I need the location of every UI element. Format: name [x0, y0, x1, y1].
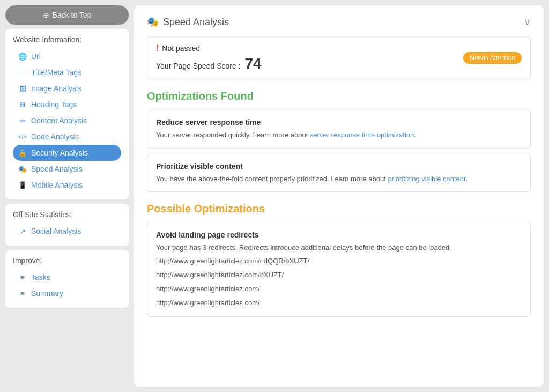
status-card: ! Not passed Your Page Speed Score : 74 …	[147, 36, 531, 79]
sidebar-item-speed-analysis[interactable]: 🎭 Speed Analysis	[13, 161, 121, 177]
sidebar-item-code-analysis[interactable]: </> Code Analysis	[13, 129, 121, 145]
mobile-icon: 📱	[18, 181, 27, 189]
sidebar-item-speed-label: Speed Analysis	[31, 165, 83, 173]
speed-section-icon: 🎭	[147, 16, 159, 28]
speed-icon: 🎭	[18, 165, 27, 173]
server-response-link[interactable]: server response time optimization	[310, 131, 414, 139]
not-passed-row: ! Not passed	[156, 43, 262, 53]
sidebar-item-url-label: Url	[31, 52, 41, 61]
optimization-visible-content: Prioritize visible content You have the …	[147, 154, 531, 193]
circle-up-icon: ⊕	[43, 11, 49, 19]
optimization-reduce-server: Reduce server response time Your server …	[147, 110, 531, 149]
improve-card: Improve: ≡ Tasks ≡ Summary	[5, 250, 129, 308]
sidebar-item-content-label: Content Analysis	[31, 116, 87, 125]
improve-title: Improve:	[13, 256, 121, 265]
sidebar-item-tasks-label: Tasks	[31, 273, 50, 282]
website-info-card: Website Information: 🌐 Url — Title/Meta …	[5, 29, 129, 199]
sidebar-item-mobile-label: Mobile Analysis	[31, 181, 83, 189]
possible-optimizations-title: Possible Optimizations	[147, 203, 531, 215]
optimization-visible-title: Prioritize visible content	[156, 162, 522, 171]
optimization-visible-desc: You have the above-the-fold content prop…	[156, 174, 522, 184]
redirect-url-1: http://www.greenlightarticlez.com/ndQQR/…	[156, 255, 522, 267]
heading-icon: H	[18, 100, 27, 109]
code-icon: </>	[18, 134, 27, 140]
back-to-top-label: Back to Top	[53, 11, 92, 19]
needs-attention-badge: Needs Attention	[463, 52, 522, 64]
offsite-stats-card: Off Site Statistics: ↗ Social Analysis	[5, 204, 129, 246]
pencil-icon: ✏	[18, 117, 27, 125]
summary-icon: ≡	[18, 290, 27, 298]
speed-analysis-header: 🎭 Speed Analysis ∨	[147, 16, 531, 28]
chevron-down-icon[interactable]: ∨	[524, 16, 531, 28]
avoid-redirects-desc: Your page has 3 redirects. Redirects int…	[156, 242, 522, 253]
back-to-top-button[interactable]: ⊕ Back to Top	[5, 5, 129, 25]
sidebar-item-social-analysis[interactable]: ↗ Social Analysis	[13, 223, 121, 239]
lock-icon: 🔒	[18, 149, 27, 157]
image-icon: 🖼	[18, 85, 27, 93]
not-passed-label: Not passed	[162, 44, 200, 53]
score-label: Your Page Speed Score :	[156, 62, 241, 70]
redirect-url-4: http://www.greenlightarticles.com/	[156, 297, 522, 309]
share-icon: ↗	[18, 227, 27, 235]
website-info-title: Website Information:	[13, 35, 121, 44]
sidebar-item-title-meta[interactable]: — Title/Meta Tags	[13, 64, 121, 80]
sidebar-item-summary[interactable]: ≡ Summary	[13, 285, 121, 301]
optimization-avoid-redirects: Avoid landing page redirects Your page h…	[147, 223, 531, 317]
sidebar-item-security-label: Security Analysis	[31, 149, 88, 157]
avoid-redirects-title: Avoid landing page redirects	[156, 231, 522, 239]
prioritizing-visible-link[interactable]: prioritizing visible content	[388, 175, 465, 183]
speed-score-row: Your Page Speed Score : 74	[156, 55, 262, 72]
sidebar-item-security-analysis[interactable]: 🔒 Security Analysis	[13, 145, 121, 161]
offsite-title: Off Site Statistics:	[13, 210, 121, 219]
sidebar-item-title-meta-label: Title/Meta Tags	[31, 68, 81, 77]
sidebar-item-tasks[interactable]: ≡ Tasks	[13, 269, 121, 285]
sidebar-item-summary-label: Summary	[31, 289, 63, 298]
sidebar-item-image-analysis[interactable]: 🖼 Image Analysis	[13, 80, 121, 97]
sidebar-item-url[interactable]: 🌐 Url	[13, 48, 121, 64]
sidebar-item-code-label: Code Analysis	[31, 132, 79, 141]
redirect-url-3: http://www.greenlightarticlez.com/	[156, 283, 522, 295]
optimization-reduce-desc: Your server responded quickly. Learn mor…	[156, 130, 522, 140]
sidebar-item-heading-tags[interactable]: H Heading Tags	[13, 97, 121, 113]
exclamation-icon: !	[156, 43, 159, 53]
sidebar-item-heading-label: Heading Tags	[31, 100, 77, 109]
status-left: ! Not passed Your Page Speed Score : 74	[156, 43, 262, 72]
sidebar-item-image-label: Image Analysis	[31, 84, 81, 93]
sidebar-item-content-analysis[interactable]: ✏ Content Analysis	[13, 113, 121, 129]
score-value: 74	[244, 55, 261, 72]
sidebar-item-mobile-analysis[interactable]: 📱 Mobile Analysis	[13, 177, 121, 193]
optimizations-found-title: Optimizations Found	[147, 90, 531, 102]
dash-icon: —	[18, 69, 27, 77]
main-content: 🎭 Speed Analysis ∨ ! Not passed Your Pag…	[134, 5, 544, 387]
globe-icon: 🌐	[18, 53, 27, 61]
tasks-icon: ≡	[18, 273, 27, 282]
sidebar-item-social-label: Social Analysis	[31, 227, 81, 235]
redirect-url-2: http://www.greenlightarticlez.com/bXUZT/	[156, 269, 522, 281]
sidebar: ⊕ Back to Top Website Information: 🌐 Url…	[5, 5, 129, 387]
optimization-reduce-title: Reduce server response time	[156, 118, 522, 127]
speed-analysis-title: 🎭 Speed Analysis	[147, 16, 229, 28]
